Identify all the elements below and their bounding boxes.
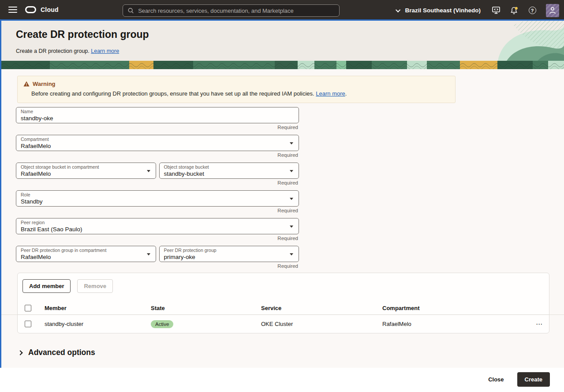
bucket-select[interactable]: Object storage bucket standby-bucket bbox=[159, 163, 299, 179]
add-member-button[interactable]: Add member bbox=[22, 279, 71, 293]
required-hint: Required bbox=[16, 179, 299, 187]
chevron-right-icon bbox=[18, 350, 22, 355]
name-field-group: Name standby-oke Required bbox=[16, 107, 299, 132]
caret-down-icon bbox=[290, 170, 293, 172]
hamburger-menu-icon[interactable] bbox=[8, 7, 17, 13]
caret-down-icon bbox=[147, 253, 150, 255]
status-badge: Active bbox=[151, 320, 173, 328]
caret-down-icon bbox=[290, 142, 293, 144]
warning-title: Warning bbox=[33, 81, 56, 87]
required-hint: Required bbox=[16, 262, 299, 270]
caret-down-icon bbox=[147, 170, 150, 172]
form-fields: Name standby-oke Required Compartment Ra… bbox=[16, 107, 299, 274]
members-table-header: Member State Service Compartment bbox=[18, 302, 549, 315]
person-icon bbox=[549, 7, 556, 15]
members-table-card: Add member Remove Member State Service C… bbox=[17, 273, 549, 333]
caret-down-icon bbox=[290, 198, 293, 200]
select-all-checkbox[interactable] bbox=[25, 305, 31, 311]
warning-message: Before creating and configuring DR prote… bbox=[31, 90, 448, 97]
brand-name: Cloud bbox=[41, 6, 59, 13]
cloud-shell-button[interactable] bbox=[492, 6, 501, 15]
column-member: Member bbox=[45, 305, 151, 311]
notification-dot bbox=[515, 7, 518, 9]
advanced-options-label: Advanced options bbox=[28, 348, 95, 357]
member-name-cell: standby-cluster bbox=[45, 321, 151, 327]
chevron-down-icon bbox=[396, 7, 400, 12]
table-row: standby-cluster Active OKE Cluster Rafae… bbox=[18, 315, 549, 333]
decorative-banner bbox=[1, 61, 564, 69]
top-navigation-bar: Cloud Brazil Southeast (Vinhedo) bbox=[0, 0, 564, 21]
topbar-controls: Brazil Southeast (Vinhedo) ? bbox=[397, 0, 559, 21]
role-select[interactable]: Role Standby bbox=[16, 190, 299, 207]
role-field-group: Role Standby Required bbox=[16, 190, 299, 215]
search-icon bbox=[127, 7, 134, 14]
peer-region-select[interactable]: Peer region Brazil East (Sao Paulo) bbox=[16, 218, 299, 234]
column-state: State bbox=[151, 305, 261, 311]
page-title: Create DR protection group bbox=[16, 29, 149, 41]
user-avatar[interactable] bbox=[546, 4, 559, 17]
form-content: Warning Before creating and configuring … bbox=[1, 69, 564, 315]
remove-member-button: Remove bbox=[77, 279, 113, 293]
header-learn-more-link[interactable]: Learn more bbox=[91, 48, 119, 54]
brand[interactable]: Cloud bbox=[25, 6, 59, 13]
name-input[interactable]: Name standby-oke bbox=[16, 107, 299, 123]
header-leaf-decoration bbox=[432, 21, 564, 61]
peer-group-field-group: Peer DR protection group in compartment … bbox=[16, 246, 299, 270]
required-hint: Required bbox=[16, 234, 299, 243]
help-button[interactable]: ? bbox=[528, 6, 537, 15]
notifications-button[interactable] bbox=[510, 6, 519, 15]
advanced-options-toggle[interactable]: Advanced options bbox=[17, 348, 95, 357]
bucket-field-group: Object storage bucket in compartment Raf… bbox=[16, 163, 299, 187]
compartment-cell: RafaelMelo bbox=[382, 321, 530, 327]
oracle-logo-icon bbox=[25, 6, 36, 13]
row-checkbox[interactable] bbox=[25, 321, 31, 327]
bucket-compartment-select[interactable]: Object storage bucket in compartment Raf… bbox=[16, 163, 156, 179]
action-footer: Close Create bbox=[0, 368, 564, 391]
close-button[interactable]: Close bbox=[486, 373, 506, 386]
column-service: Service bbox=[261, 305, 382, 311]
bell-icon bbox=[510, 6, 519, 15]
page-subtitle: Create a DR protection group. Learn more bbox=[16, 48, 119, 54]
row-actions-icon[interactable]: ⋯ bbox=[530, 320, 549, 328]
warning-icon bbox=[23, 81, 30, 87]
required-hint: Required bbox=[16, 151, 299, 159]
create-button[interactable]: Create bbox=[517, 372, 550, 387]
service-cell: OKE Cluster bbox=[261, 321, 382, 327]
search-input[interactable] bbox=[138, 7, 335, 14]
caret-down-icon bbox=[290, 253, 293, 255]
peer-group-compartment-select[interactable]: Peer DR protection group in compartment … bbox=[16, 246, 156, 262]
peer-region-field-group: Peer region Brazil East (Sao Paulo) Requ… bbox=[16, 218, 299, 243]
warning-learn-more-link[interactable]: Learn more bbox=[316, 90, 345, 97]
region-label: Brazil Southeast (Vinhedo) bbox=[405, 7, 481, 14]
caret-down-icon bbox=[290, 226, 293, 228]
cloud-shell-icon bbox=[492, 6, 501, 15]
peer-group-select[interactable]: Peer DR protection group primary-oke bbox=[159, 246, 299, 262]
name-label: Name bbox=[21, 109, 294, 115]
page-panel: Create DR protection group Create a DR p… bbox=[0, 21, 564, 368]
name-value: standby-oke bbox=[21, 115, 294, 122]
column-compartment: Compartment bbox=[382, 305, 530, 311]
required-hint: Required bbox=[16, 207, 299, 215]
warning-banner: Warning Before creating and configuring … bbox=[17, 76, 456, 103]
page-header: Create DR protection group Create a DR p… bbox=[1, 21, 564, 61]
help-icon: ? bbox=[529, 7, 536, 14]
required-hint: Required bbox=[16, 123, 299, 132]
global-search[interactable] bbox=[123, 4, 340, 17]
compartment-select[interactable]: Compartment RafaelMelo bbox=[16, 135, 299, 151]
region-selector[interactable]: Brazil Southeast (Vinhedo) bbox=[397, 7, 481, 14]
compartment-field-group: Compartment RafaelMelo Required bbox=[16, 135, 299, 159]
